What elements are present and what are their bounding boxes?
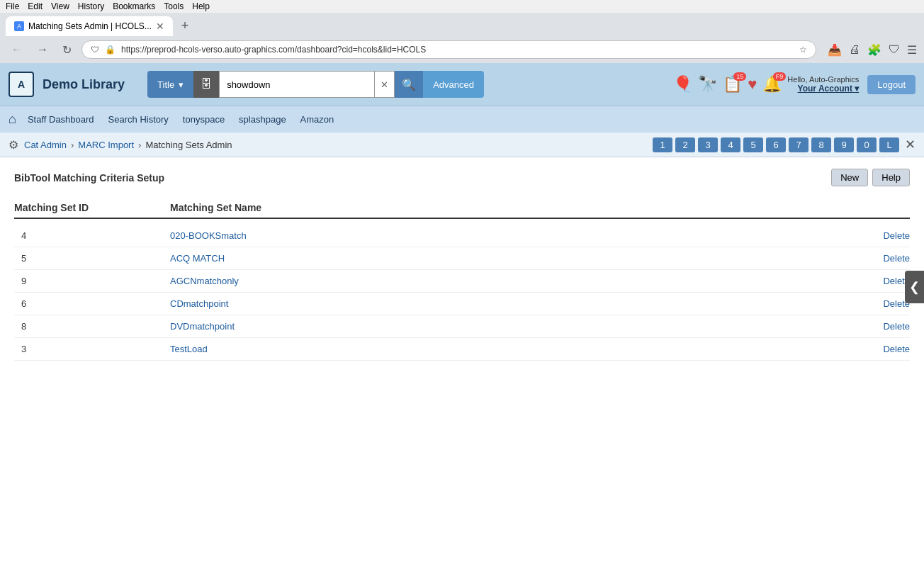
menu-help[interactable]: Help (192, 1, 210, 11)
table-header: Matching Set ID Matching Set Name (14, 198, 910, 219)
browser-addressbar: ← → ↻ 🛡 🔒 https://preprod-hcols-verso.au… (0, 36, 924, 63)
menu-bookmarks[interactable]: Bookmarks (113, 1, 155, 11)
page-btn-5[interactable]: 5 (743, 137, 763, 152)
address-bar[interactable]: 🛡 🔒 https://preprod-hcols-verso.auto-gra… (81, 40, 816, 59)
page-btn-9[interactable]: 9 (834, 137, 854, 152)
nav-search-history[interactable]: Search History (108, 108, 169, 130)
browser-toolbar-icons: 📥 🖨 🧩 🛡 ☰ (828, 43, 917, 57)
bookmark-star-icon[interactable]: ☆ (799, 45, 807, 55)
header-icons: 🎈 🔭 📋 15 ♥ 🔔 F9 Hello, Auto-Graphics You… (673, 75, 915, 94)
extension-icon[interactable]: 🧩 (867, 43, 881, 57)
app-nav: ⌂ Staff Dashboard Search History tonyspa… (0, 106, 924, 133)
sidebar-toggle-button[interactable]: ❮ (905, 271, 924, 303)
tab-close-button[interactable]: ✕ (156, 21, 164, 32)
row-id-3: 6 (14, 298, 156, 309)
your-account-link[interactable]: Your Account ▾ (787, 84, 859, 94)
menu-file[interactable]: File (6, 1, 19, 11)
active-tab[interactable]: A Matching Sets Admin | HCOLS... ✕ (6, 16, 173, 36)
page-btn-0[interactable]: 0 (857, 137, 877, 152)
search-type-dropdown[interactable]: Title ▾ (147, 71, 193, 98)
search-go-button[interactable]: 🔍 (395, 71, 423, 98)
bell-icon-button[interactable]: 🔔 F9 (762, 75, 782, 94)
row-name-link-3[interactable]: CDmatchpoint (170, 298, 228, 309)
page-btn-2[interactable]: 2 (675, 137, 695, 152)
row-name-link-2[interactable]: AGCNmatchonly (170, 276, 239, 286)
heart-icon-button[interactable]: ♥ (748, 75, 757, 94)
shield-icon: 🛡 (91, 45, 99, 55)
home-icon[interactable]: ⌂ (9, 112, 16, 127)
search-icon-button[interactable]: 🔭 (698, 75, 717, 94)
breadcrumb-marc-import[interactable]: MARC Import (78, 140, 134, 150)
row-name-2: AGCNmatchonly (156, 276, 839, 286)
page-btn-8[interactable]: 8 (811, 137, 831, 152)
search-magnifier-icon: 🔍 (402, 78, 416, 91)
menu-history[interactable]: History (78, 1, 104, 11)
row-name-link-1[interactable]: ACQ MATCH (170, 253, 225, 264)
row-name-link-5[interactable]: TestLoad (170, 344, 208, 354)
breadcrumb-cat-admin[interactable]: Cat Admin (24, 140, 67, 150)
delete-link-5[interactable]: Delete (883, 344, 910, 354)
logout-button[interactable]: Logout (867, 75, 915, 94)
page-btn-1[interactable]: 1 (653, 137, 672, 152)
list-icon-button[interactable]: 📋 15 (723, 75, 742, 94)
search-input[interactable] (219, 71, 375, 98)
menu-edit[interactable]: Edit (28, 1, 43, 11)
refresh-button[interactable]: ↻ (58, 42, 76, 58)
menu-icon[interactable]: ☰ (907, 43, 917, 57)
col-action-header (839, 202, 910, 213)
new-tab-button[interactable]: + (176, 16, 195, 36)
new-button[interactable]: New (831, 169, 868, 186)
row-action-2: Delete (839, 276, 910, 286)
advanced-search-button[interactable]: Advanced (423, 71, 484, 98)
tab-favicon: A (14, 21, 24, 31)
nav-amazon[interactable]: Amazon (300, 108, 334, 130)
forward-button[interactable]: → (33, 42, 52, 57)
search-clear-button[interactable]: ✕ (375, 71, 395, 98)
nav-splashpage[interactable]: splashpage (239, 108, 286, 130)
help-button[interactable]: Help (872, 169, 910, 186)
balloon-icon-button[interactable]: 🎈 (673, 75, 692, 94)
bell-badge: F9 (773, 72, 787, 81)
lock-icon: 🔒 (105, 45, 116, 55)
pagination: 1 2 3 4 5 6 7 8 9 0 L (653, 137, 899, 152)
camera-icon: 🔭 (698, 75, 717, 94)
search-type-label: Title (157, 79, 174, 90)
row-name-link-0[interactable]: 020-BOOKSmatch (170, 230, 247, 241)
page-btn-6[interactable]: 6 (766, 137, 786, 152)
row-id-5: 3 (14, 344, 156, 354)
page-btn-4[interactable]: 4 (721, 137, 740, 152)
clear-icon: ✕ (381, 79, 388, 90)
delete-link-4[interactable]: Delete (883, 321, 910, 332)
row-action-4: Delete (839, 321, 910, 332)
col-name-header: Matching Set Name (156, 202, 839, 213)
page-btn-7[interactable]: 7 (789, 137, 808, 152)
menu-tools[interactable]: Tools (164, 1, 184, 11)
table-row: 6 CDmatchpoint Delete (14, 293, 910, 315)
heart-icon: ♥ (748, 75, 757, 94)
main-content: BibTool Matching Criteria Setup New Help… (0, 157, 924, 372)
pocket-icon[interactable]: 📥 (828, 43, 842, 57)
browser-menubar: File Edit View History Bookmarks Tools H… (0, 0, 924, 13)
back-button[interactable]: ← (7, 42, 27, 57)
row-name-1: ACQ MATCH (156, 253, 839, 264)
delete-link-0[interactable]: Delete (883, 230, 910, 241)
row-action-3: Delete (839, 298, 910, 309)
section-title-bar: BibTool Matching Criteria Setup New Help (14, 169, 910, 186)
row-name-link-4[interactable]: DVDmatchpoint (170, 321, 235, 332)
shield2-icon[interactable]: 🛡 (889, 43, 900, 56)
settings-icon: ⚙ (9, 138, 18, 152)
row-name-3: CDmatchpoint (156, 298, 839, 309)
print-icon[interactable]: 🖨 (849, 43, 860, 56)
delete-link-1[interactable]: Delete (883, 253, 910, 264)
menu-view[interactable]: View (51, 1, 69, 11)
page-btn-L[interactable]: L (879, 137, 899, 152)
nav-tonyspace[interactable]: tonyspace (183, 108, 225, 130)
tab-title: Matching Sets Admin | HCOLS... (28, 21, 152, 31)
database-icon[interactable]: 🗄 (193, 71, 219, 98)
row-id-1: 5 (14, 253, 156, 264)
page-btn-3[interactable]: 3 (698, 137, 718, 152)
hello-text: Hello, Auto-Graphics (787, 75, 859, 84)
search-type-arrow: ▾ (179, 79, 184, 90)
close-button[interactable]: ✕ (905, 137, 915, 152)
nav-staff-dashboard[interactable]: Staff Dashboard (28, 108, 94, 130)
